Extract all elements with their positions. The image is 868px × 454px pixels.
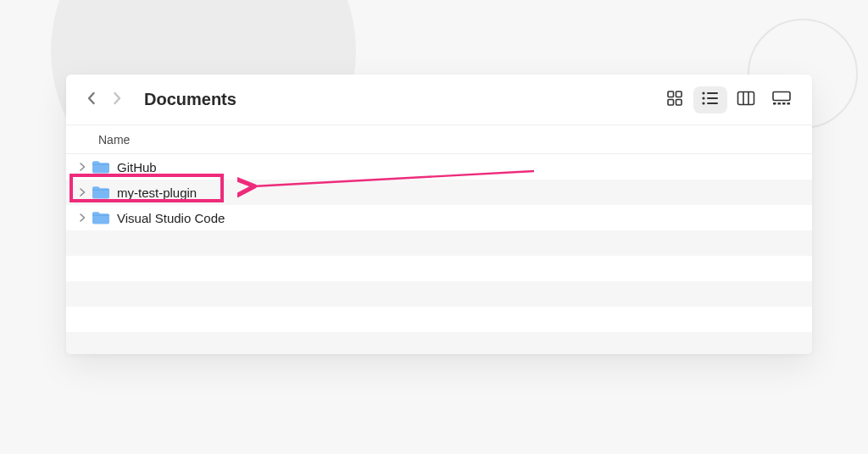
- empty-row: [66, 307, 812, 332]
- empty-row: [66, 281, 812, 307]
- svg-rect-16: [782, 102, 786, 105]
- svg-point-6: [702, 97, 704, 99]
- gallery-view-button[interactable]: [765, 86, 798, 114]
- column-header-name[interactable]: Name: [98, 133, 130, 147]
- navigation-controls: [80, 87, 129, 113]
- folder-icon: [92, 210, 110, 225]
- disclosure-chevron-icon[interactable]: [76, 213, 88, 222]
- row-name: my-test-plugin: [117, 185, 197, 200]
- svg-rect-15: [778, 102, 782, 105]
- column-view-icon: [737, 91, 755, 109]
- back-button[interactable]: [80, 87, 103, 113]
- row-name: Visual Studio Code: [117, 211, 225, 225]
- svg-rect-1: [676, 91, 682, 97]
- svg-rect-2: [668, 99, 674, 105]
- list-view-icon: [701, 91, 720, 109]
- window-title: Documents: [144, 90, 236, 109]
- svg-rect-17: [787, 102, 791, 105]
- svg-rect-3: [676, 99, 682, 105]
- chevron-left-icon: [86, 90, 97, 110]
- svg-rect-13: [773, 91, 790, 100]
- svg-rect-10: [738, 91, 754, 104]
- folder-icon: [92, 185, 110, 200]
- file-list: GitHub my-test-plugin Visual Studio Code: [66, 154, 812, 354]
- svg-rect-9: [707, 102, 718, 104]
- disclosure-chevron-icon[interactable]: [76, 163, 88, 171]
- toolbar: Documents: [66, 75, 812, 125]
- row-name: GitHub: [117, 160, 157, 174]
- disclosure-chevron-icon[interactable]: [76, 188, 88, 197]
- icon-view-button[interactable]: [658, 86, 692, 114]
- empty-row: [66, 256, 812, 281]
- icon-view-icon: [666, 90, 683, 110]
- table-row[interactable]: GitHub: [66, 154, 812, 180]
- empty-row: [66, 230, 812, 256]
- finder-window: Documents: [66, 75, 812, 354]
- view-switcher: [658, 86, 798, 114]
- table-row[interactable]: my-test-plugin: [66, 180, 812, 205]
- gallery-view-icon: [771, 91, 792, 109]
- svg-rect-14: [773, 102, 776, 105]
- svg-rect-7: [707, 97, 718, 99]
- svg-point-8: [702, 102, 704, 104]
- list-view-button[interactable]: [693, 86, 727, 114]
- column-header-row: Name: [66, 125, 812, 154]
- svg-rect-0: [668, 91, 674, 97]
- chevron-right-icon: [111, 90, 123, 110]
- svg-rect-5: [707, 92, 718, 94]
- column-view-button[interactable]: [729, 86, 763, 114]
- folder-icon: [92, 159, 110, 174]
- table-row[interactable]: Visual Studio Code: [66, 205, 812, 230]
- forward-button[interactable]: [105, 87, 129, 113]
- empty-row: [66, 332, 812, 354]
- svg-point-4: [702, 91, 704, 94]
